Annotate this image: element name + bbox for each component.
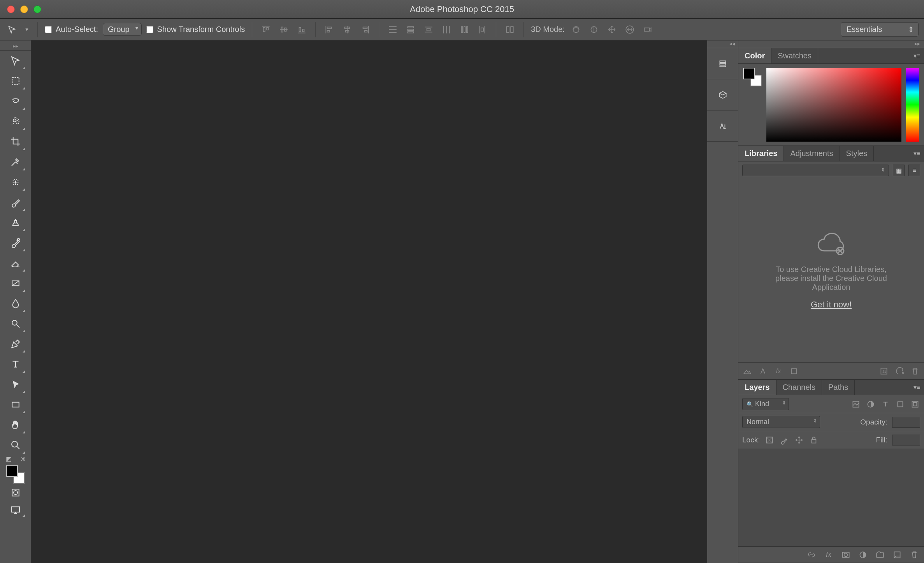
filter-pixel-icon[interactable]: [851, 399, 861, 409]
auto-select-input[interactable]: [45, 26, 52, 33]
tool-preset-dropdown-icon[interactable]: ▼: [23, 23, 30, 36]
align-top-edges-button[interactable]: [259, 23, 272, 36]
library-grid-view-icon[interactable]: ▦: [893, 165, 905, 176]
libraries-sync-icon[interactable]: [894, 366, 905, 376]
move-tool-icon[interactable]: [5, 23, 19, 36]
tools-collapse-handle[interactable]: ▸▸: [0, 43, 31, 51]
link-layers-icon[interactable]: [806, 550, 817, 560]
path-selection-tool[interactable]: [4, 374, 28, 395]
align-vcenter-button[interactable]: [277, 23, 290, 36]
library-list-view-icon[interactable]: ≡: [908, 165, 920, 176]
align-bottom-edges-button[interactable]: [295, 23, 308, 36]
show-transform-input[interactable]: [146, 26, 153, 33]
gradient-tool[interactable]: [4, 273, 28, 293]
crop-tool[interactable]: [4, 132, 28, 152]
auto-align-button[interactable]: [503, 23, 516, 36]
distribute-left-button[interactable]: [440, 23, 453, 36]
delete-icon[interactable]: [910, 366, 920, 376]
tab-layers[interactable]: Layers: [738, 380, 776, 395]
tab-channels[interactable]: Channels: [776, 380, 822, 395]
layers-list[interactable]: [738, 449, 924, 546]
layer-group-icon[interactable]: [875, 550, 885, 560]
history-panel-icon[interactable]: [707, 48, 738, 79]
workspace-switcher[interactable]: Essentials: [841, 22, 919, 37]
hue-slider[interactable]: [906, 68, 919, 142]
3d-orbit-button[interactable]: [569, 23, 583, 36]
layer-mask-icon[interactable]: [841, 550, 851, 560]
filter-smartobject-icon[interactable]: [910, 399, 920, 409]
move-tool[interactable]: [4, 51, 28, 71]
rectangle-tool[interactable]: [4, 395, 28, 415]
add-character-style-icon[interactable]: [758, 366, 768, 376]
default-colors-icon[interactable]: ◩: [6, 455, 12, 465]
distribute-hcenter-button[interactable]: [458, 23, 471, 36]
align-hcenter-button[interactable]: [341, 23, 354, 36]
tab-paths[interactable]: Paths: [822, 380, 855, 395]
3d-roll-button[interactable]: [587, 23, 601, 36]
color-fgbg-swatches[interactable]: [743, 68, 762, 86]
swap-colors-icon[interactable]: ⤭: [20, 455, 25, 465]
color-panel-menu-icon[interactable]: ▾≡: [910, 48, 924, 63]
properties-panel-icon[interactable]: [707, 79, 738, 110]
stock-search-icon[interactable]: St: [879, 366, 889, 376]
dock-collapse-handle[interactable]: ◂◂: [707, 40, 738, 48]
color-fg-swatch[interactable]: [743, 68, 755, 79]
filter-shape-icon[interactable]: [895, 399, 905, 409]
history-brush-tool[interactable]: [4, 233, 28, 253]
zoom-tool[interactable]: [4, 435, 28, 455]
pen-tool[interactable]: [4, 334, 28, 354]
layers-panel-menu-icon[interactable]: ▾≡: [910, 380, 924, 395]
delete-layer-icon[interactable]: [909, 550, 919, 560]
libraries-panel-menu-icon[interactable]: ▾≡: [910, 146, 924, 161]
tab-swatches[interactable]: Swatches: [771, 48, 818, 63]
blur-tool[interactable]: [4, 293, 28, 314]
foreground-background-colors[interactable]: [6, 465, 25, 484]
eraser-tool[interactable]: [4, 253, 28, 273]
auto-select-checkbox[interactable]: Auto-Select:: [45, 25, 98, 34]
foreground-color-swatch[interactable]: [6, 465, 18, 477]
lock-transparency-icon[interactable]: [764, 435, 775, 445]
lock-image-icon[interactable]: [779, 435, 789, 445]
new-layer-icon[interactable]: [892, 550, 902, 560]
brush-tool[interactable]: [4, 192, 28, 212]
quick-mask-tool[interactable]: [4, 484, 28, 501]
3d-camera-button[interactable]: [641, 23, 654, 36]
auto-select-type-dropdown[interactable]: Group: [103, 23, 142, 36]
lock-all-icon[interactable]: [809, 435, 819, 445]
fill-input[interactable]: [892, 435, 920, 445]
show-transform-checkbox[interactable]: Show Transform Controls: [146, 25, 245, 34]
blend-mode-dropdown[interactable]: Normal: [742, 416, 820, 428]
maximize-window-button[interactable]: [33, 5, 41, 13]
tab-color[interactable]: Color: [738, 48, 771, 63]
add-color-icon[interactable]: [789, 366, 799, 376]
add-graphic-icon[interactable]: [742, 366, 752, 376]
adjustment-layer-icon[interactable]: [858, 550, 868, 560]
clone-stamp-tool[interactable]: [4, 212, 28, 233]
hand-tool[interactable]: [4, 415, 28, 435]
tab-styles[interactable]: Styles: [840, 146, 874, 161]
dodge-tool[interactable]: [4, 314, 28, 334]
distribute-top-button[interactable]: [386, 23, 399, 36]
distribute-right-button[interactable]: [476, 23, 489, 36]
screen-mode-tool[interactable]: [4, 501, 28, 518]
3d-slide-button[interactable]: [623, 23, 636, 36]
filter-type-icon[interactable]: [880, 399, 891, 409]
opacity-input[interactable]: [892, 417, 920, 428]
filter-adjustment-icon[interactable]: [866, 399, 876, 409]
color-field[interactable]: [766, 68, 901, 142]
tab-libraries[interactable]: Libraries: [738, 146, 784, 161]
3d-pan-button[interactable]: [605, 23, 618, 36]
get-it-now-link[interactable]: Get it now!: [811, 300, 852, 310]
panel-collapse-handle[interactable]: ▸▸: [738, 40, 924, 48]
align-right-edges-button[interactable]: [358, 23, 372, 36]
minimize-window-button[interactable]: [20, 5, 28, 13]
marquee-tool[interactable]: [4, 71, 28, 91]
add-layer-style-icon[interactable]: fx: [773, 366, 783, 376]
library-selector-dropdown[interactable]: [742, 165, 889, 176]
healing-brush-tool[interactable]: [4, 172, 28, 192]
distribute-bottom-button[interactable]: [422, 23, 435, 36]
tab-adjustments[interactable]: Adjustments: [784, 146, 840, 161]
lasso-tool[interactable]: [4, 91, 28, 111]
align-left-edges-button[interactable]: [323, 23, 336, 36]
layer-filter-type-dropdown[interactable]: 🔍 Kind: [742, 398, 789, 410]
